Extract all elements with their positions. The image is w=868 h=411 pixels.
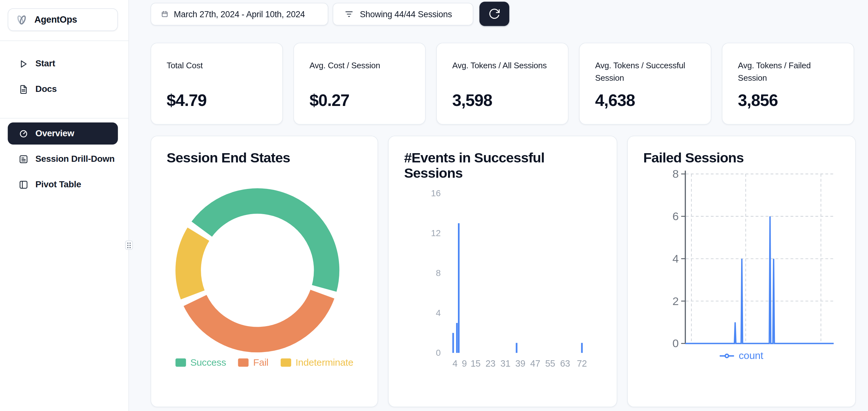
brand-button[interactable]: AgentOps: [8, 8, 118, 31]
failed-sessions-card: Failed Sessions 02468 count: [627, 136, 856, 407]
columns-icon: [18, 179, 29, 190]
stat-value: $0.27: [309, 91, 349, 110]
svg-text:15: 15: [471, 358, 480, 369]
svg-text:55: 55: [545, 358, 555, 369]
events-chart: 0481216491523313947556372: [389, 136, 618, 408]
stat-card-avg-tokens-all: Avg. Tokens / All Sessions 3,598: [436, 43, 568, 125]
sidebar-item-label: Overview: [35, 128, 74, 139]
svg-text:47: 47: [530, 358, 540, 369]
failed-chart: 02468: [628, 136, 857, 408]
events-histogram-card: #Events in Successful Sessions 048121649…: [388, 136, 617, 407]
count-series-line: [685, 216, 834, 343]
sidebar-item-label: Session Drill-Down: [35, 154, 115, 164]
legend-swatch: [175, 358, 186, 366]
sidebar-item-session-drill-down[interactable]: Session Drill-Down: [8, 148, 118, 170]
legend-swatch: [238, 358, 249, 366]
svg-text:16: 16: [431, 188, 440, 198]
legend-label: Success: [190, 357, 226, 368]
sidebar-item-label: Start: [35, 59, 55, 68]
sidebar-item-label: Docs: [35, 84, 57, 94]
line-series-marker-icon: [720, 353, 734, 359]
svg-text:4: 4: [453, 358, 458, 369]
stat-card-avg-tokens-failed: Avg. Tokens / Failed Session 3,856: [722, 43, 854, 125]
stat-card-avg-cost-session: Avg. Cost / Session $0.27: [293, 43, 426, 125]
sidebar-divider: [0, 118, 129, 119]
stat-card-total-cost: Total Cost $4.79: [151, 43, 283, 125]
legend-item-fail: Fail: [238, 357, 268, 368]
donut-segment-success: [202, 201, 327, 289]
svg-text:0: 0: [436, 348, 441, 358]
failed-legend: count: [628, 349, 855, 361]
date-range-button[interactable]: March 27th, 2024 - April 10th, 2024: [151, 3, 328, 26]
svg-text:72: 72: [577, 358, 587, 369]
svg-text:8: 8: [436, 268, 441, 278]
donut-legend: SuccessFailIndeterminate: [151, 357, 377, 368]
stat-card-avg-tokens-successful: Avg. Tokens / Successful Session 4,638: [579, 43, 711, 125]
refresh-icon: [488, 8, 500, 20]
svg-text:6: 6: [673, 210, 679, 223]
histogram-bar: [458, 223, 460, 353]
sidebar-divider: [0, 40, 129, 41]
sidebar-resize-handle[interactable]: [125, 240, 133, 250]
svg-text:0: 0: [673, 337, 679, 350]
histogram-bar: [452, 333, 454, 353]
svg-text:4: 4: [436, 308, 441, 318]
chart-title: Session End States: [167, 150, 355, 165]
sidebar-item-start[interactable]: Start: [8, 53, 118, 75]
histogram-bar: [516, 343, 517, 353]
sidebar: AgentOps Start Docs: [0, 0, 129, 411]
svg-text:2: 2: [673, 295, 679, 307]
sidebar-item-pivot-table[interactable]: Pivot Table: [8, 173, 118, 195]
stat-value: $4.79: [167, 91, 207, 110]
stat-label: Avg. Tokens / All Sessions: [452, 59, 556, 71]
stat-value: 3,598: [452, 91, 492, 110]
sidebar-item-docs[interactable]: Docs: [8, 78, 118, 100]
sessions-filter-label: Showing 44/44 Sessions: [360, 9, 452, 19]
svg-text:4: 4: [673, 253, 679, 265]
document-icon: [18, 84, 29, 94]
date-range-label: March 27th, 2024 - April 10th, 2024: [174, 9, 305, 19]
donut-segment-indeterminate: [188, 234, 198, 295]
session-end-states-card: Session End States SuccessFailIndetermin…: [151, 136, 378, 407]
filter-icon: [344, 9, 354, 19]
sessions-filter-button[interactable]: Showing 44/44 Sessions: [333, 3, 473, 26]
legend-item-success: Success: [175, 357, 226, 368]
histogram-bar: [581, 343, 583, 353]
svg-text:12: 12: [431, 228, 440, 238]
svg-text:63: 63: [560, 358, 570, 369]
stat-value: 4,638: [595, 91, 635, 110]
stat-label: Avg. Cost / Session: [309, 59, 413, 71]
dashboard-page: AgentOps Start Docs: [0, 0, 868, 411]
stat-label: Total Cost: [167, 59, 271, 71]
svg-text:23: 23: [485, 358, 495, 369]
drill-down-list-icon: [18, 154, 29, 164]
histogram-bar: [456, 323, 458, 353]
play-icon: [18, 58, 29, 69]
stat-label: Avg. Tokens / Failed Session: [738, 59, 841, 84]
svg-text:31: 31: [500, 358, 510, 369]
calendar-icon: [161, 10, 168, 18]
stat-label: Avg. Tokens / Successful Session: [595, 59, 699, 84]
sidebar-item-overview[interactable]: Overview: [8, 122, 118, 145]
sidebar-item-label: Pivot Table: [35, 179, 81, 189]
series-legend-label: count: [739, 349, 763, 361]
legend-swatch: [281, 358, 291, 366]
donut-chart: [151, 170, 378, 358]
donut-segment-fail: [195, 294, 322, 340]
svg-text:9: 9: [462, 358, 467, 369]
grip-dots-icon: [127, 242, 131, 248]
agentops-paperclip-logo-icon: [14, 12, 29, 27]
legend-label: Indeterminate: [296, 357, 353, 368]
refresh-button[interactable]: [479, 2, 509, 26]
svg-text:39: 39: [515, 358, 525, 369]
svg-text:8: 8: [673, 168, 679, 180]
legend-label: Fail: [253, 357, 269, 368]
legend-item-indeterminate: Indeterminate: [281, 357, 353, 368]
brand-name: AgentOps: [34, 14, 77, 25]
stat-value: 3,856: [738, 91, 778, 110]
gauge-icon: [18, 128, 29, 139]
